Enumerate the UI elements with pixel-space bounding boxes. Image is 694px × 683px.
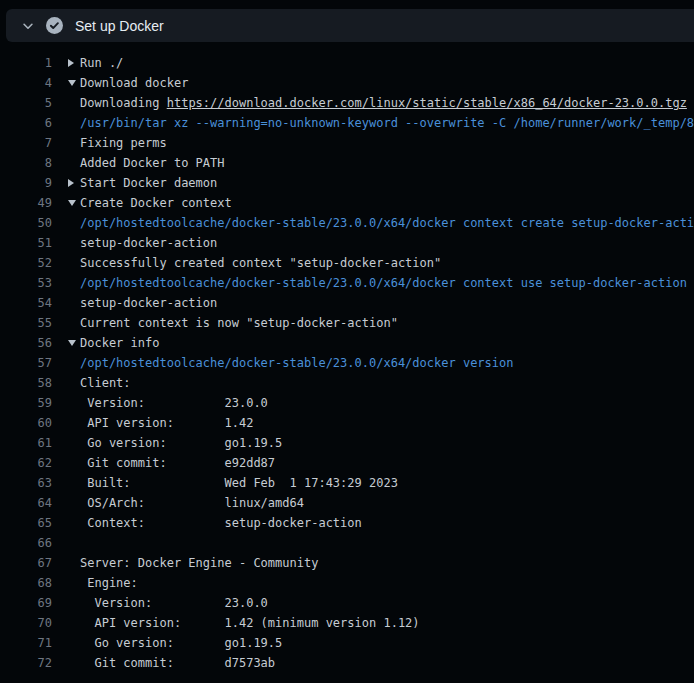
line-number[interactable]: 8 — [0, 153, 52, 173]
log-row: 8Added Docker to PATH — [0, 153, 694, 173]
log-text: Server: Docker Engine - Community — [80, 553, 318, 573]
log-text: Context: setup-docker-action — [80, 513, 362, 533]
log-row: 50/opt/hostedtoolcache/docker-stable/23.… — [0, 213, 694, 233]
log-group-row[interactable]: 9Start Docker daemon — [0, 173, 694, 193]
log-text: Start Docker daemon — [80, 173, 217, 193]
log-text: setup-docker-action — [80, 293, 217, 313]
log-text: Version: 23.0.0 — [80, 593, 268, 613]
line-number[interactable]: 49 — [0, 193, 52, 213]
log-row: 68 Engine: — [0, 573, 694, 593]
log-text: Create Docker context — [80, 193, 232, 213]
log-text: API version: 1.42 (minimum version 1.12) — [80, 613, 420, 633]
log-row: 57/opt/hostedtoolcache/docker-stable/23.… — [0, 353, 694, 373]
log-text: Fixing perms — [80, 133, 167, 153]
log-text: Built: Wed Feb 1 17:43:29 2023 — [80, 473, 398, 493]
triangle-down-icon — [68, 200, 80, 206]
line-number[interactable]: 56 — [0, 333, 52, 353]
log-text: Current context is now "setup-docker-act… — [80, 313, 398, 333]
line-number[interactable]: 7 — [0, 133, 52, 153]
triangle-down-icon — [68, 340, 80, 346]
log-group-row[interactable]: 1Run ./ — [0, 53, 694, 73]
line-number[interactable]: 72 — [0, 653, 52, 673]
line-number[interactable]: 62 — [0, 453, 52, 473]
line-number[interactable]: 53 — [0, 273, 52, 293]
log-row: 7Fixing perms — [0, 133, 694, 153]
log-row: 64 OS/Arch: linux/amd64 — [0, 493, 694, 513]
log-row: 65 Context: setup-docker-action — [0, 513, 694, 533]
log-row: 55Current context is now "setup-docker-a… — [0, 313, 694, 333]
log-group-row[interactable]: 49Create Docker context — [0, 193, 694, 213]
log-text: Downloading https://download.docker.com/… — [80, 93, 687, 113]
log-row: 6/usr/bin/tar xz --warning=no-unknown-ke… — [0, 113, 694, 133]
line-number[interactable]: 58 — [0, 373, 52, 393]
log-group-row[interactable]: 56Docker info — [0, 333, 694, 353]
log-row: 58Client: — [0, 373, 694, 393]
line-number[interactable]: 57 — [0, 353, 52, 373]
line-number[interactable]: 59 — [0, 393, 52, 413]
log-text: /opt/hostedtoolcache/docker-stable/23.0.… — [80, 353, 513, 373]
log-row: 62 Git commit: e92dd87 — [0, 453, 694, 473]
line-number[interactable]: 50 — [0, 213, 52, 233]
line-number[interactable]: 54 — [0, 293, 52, 313]
line-number[interactable]: 69 — [0, 593, 52, 613]
log-text: Git commit: e92dd87 — [80, 453, 275, 473]
log-text: Client: — [80, 373, 131, 393]
log-row: 53/opt/hostedtoolcache/docker-stable/23.… — [0, 273, 694, 293]
log-row: 70 API version: 1.42 (minimum version 1.… — [0, 613, 694, 633]
line-number[interactable]: 4 — [0, 73, 52, 93]
log-text-segment: Downloading — [80, 96, 167, 110]
step-title: Set up Docker — [75, 18, 164, 34]
log-row: 54setup-docker-action — [0, 293, 694, 313]
log-text: Version: 23.0.0 — [80, 393, 268, 413]
log-row: 5Downloading https://download.docker.com… — [0, 93, 694, 113]
log-text: Engine: — [80, 573, 138, 593]
line-number[interactable]: 1 — [0, 53, 52, 73]
line-number[interactable]: 65 — [0, 513, 52, 533]
log-row: 71 Go version: go1.19.5 — [0, 633, 694, 653]
log-row: 61 Go version: go1.19.5 — [0, 433, 694, 453]
log-row: 67Server: Docker Engine - Community — [0, 553, 694, 573]
log-row: 51setup-docker-action — [0, 233, 694, 253]
line-number[interactable]: 63 — [0, 473, 52, 493]
log-text: Added Docker to PATH — [80, 153, 225, 173]
line-number[interactable]: 60 — [0, 413, 52, 433]
line-number[interactable]: 61 — [0, 433, 52, 453]
log-text: /opt/hostedtoolcache/docker-stable/23.0.… — [80, 213, 694, 233]
log-text: Go version: go1.19.5 — [80, 433, 282, 453]
line-number[interactable]: 70 — [0, 613, 52, 633]
line-number[interactable]: 51 — [0, 233, 52, 253]
log-row: 59 Version: 23.0.0 — [0, 393, 694, 413]
log-text: Successfully created context "setup-dock… — [80, 253, 441, 273]
line-number[interactable]: 9 — [0, 173, 52, 193]
line-number[interactable]: 5 — [0, 93, 52, 113]
line-number[interactable]: 67 — [0, 553, 52, 573]
log-link[interactable]: https://download.docker.com/linux/static… — [167, 96, 687, 110]
triangle-down-icon — [68, 80, 80, 86]
log-row: 66 — [0, 533, 694, 553]
log-row: 63 Built: Wed Feb 1 17:43:29 2023 — [0, 473, 694, 493]
log-lines: 1Run ./4Download docker5Downloading http… — [0, 53, 694, 683]
log-group-row[interactable]: 4Download docker — [0, 73, 694, 93]
log-text: /usr/bin/tar xz --warning=no-unknown-key… — [80, 113, 694, 133]
log-text: Download docker — [80, 73, 188, 93]
log-text: Run ./ — [80, 53, 123, 73]
line-number[interactable]: 55 — [0, 313, 52, 333]
line-number[interactable]: 52 — [0, 253, 52, 273]
check-circle-icon — [46, 17, 63, 34]
step-header[interactable]: Set up Docker — [6, 9, 694, 42]
log-text: API version: 1.42 — [80, 413, 253, 433]
line-number[interactable]: 71 — [0, 633, 52, 653]
chevron-down-icon[interactable] — [21, 19, 35, 33]
workflow-log-viewer: Set up Docker 1Run ./4Download docker5Do… — [0, 0, 694, 683]
log-text: Go version: go1.19.5 — [80, 633, 282, 653]
log-row: 52Successfully created context "setup-do… — [0, 253, 694, 273]
line-number[interactable]: 66 — [0, 533, 52, 553]
log-text: setup-docker-action — [80, 233, 217, 253]
triangle-right-icon — [68, 179, 80, 187]
line-number[interactable]: 6 — [0, 113, 52, 133]
triangle-right-icon — [68, 59, 80, 67]
line-number[interactable]: 64 — [0, 493, 52, 513]
line-number[interactable]: 68 — [0, 573, 52, 593]
log-text: Docker info — [80, 333, 159, 353]
log-row: 60 API version: 1.42 — [0, 413, 694, 433]
